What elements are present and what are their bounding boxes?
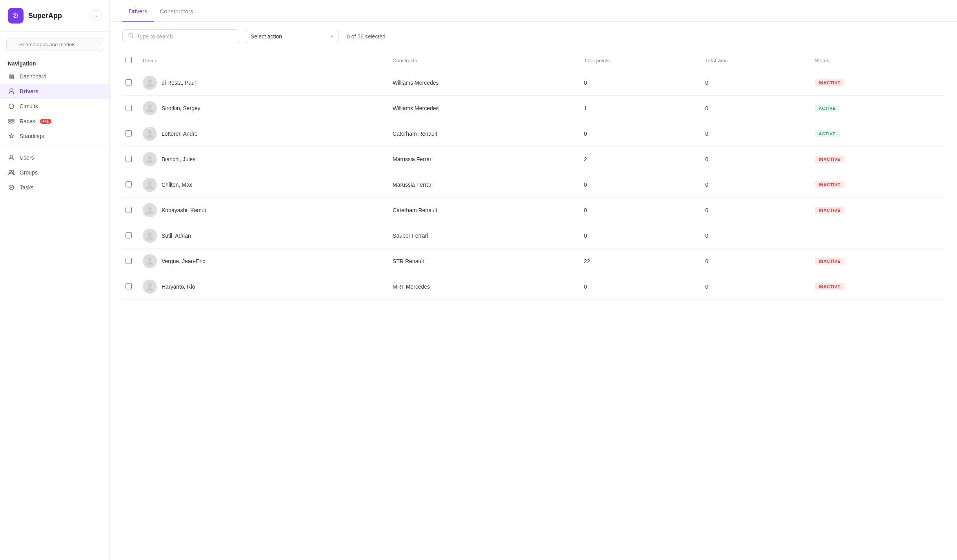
tasks-icon: [8, 184, 15, 191]
svg-point-6: [10, 155, 13, 158]
row-checkbox[interactable]: [126, 79, 132, 85]
table-row: Kobayashi, Kamui Caterham Renault00INACT…: [122, 198, 944, 223]
search-input[interactable]: [137, 33, 234, 40]
status-badge: INACTIVE: [815, 207, 844, 214]
table-header: Driver Constructor Total points Total wi…: [122, 51, 944, 70]
tabs-bar: Drivers Constructors: [110, 0, 957, 22]
sidebar-item-circuits[interactable]: Circuits: [0, 99, 109, 114]
total-points-cell: 0: [579, 274, 700, 300]
driver-name: di Resta, Paul: [162, 80, 196, 86]
sidebar-item-dashboard[interactable]: ▦ Dashboard: [0, 69, 109, 84]
sidebar-collapse-button[interactable]: ‹: [91, 10, 102, 21]
search-box[interactable]: [122, 29, 240, 43]
constructor-cell: Marussia Ferrari: [388, 172, 579, 198]
sidebar-search-input[interactable]: [6, 38, 103, 51]
tab-constructors[interactable]: Constructors: [154, 0, 200, 22]
sidebar-item-label-users: Users: [20, 155, 34, 161]
sidebar-item-tasks[interactable]: Tasks: [0, 180, 109, 195]
total-wins-cell: 0: [700, 96, 810, 121]
table-row: Lotterer, Andre Caterham Renault00ACTIVE: [122, 121, 944, 147]
app-title: SuperApp: [28, 12, 62, 20]
driver-cell: Bianchi, Jules: [138, 147, 388, 172]
sidebar-item-users[interactable]: Users: [0, 150, 109, 165]
total-wins-cell: 0: [700, 70, 810, 96]
row-checkbox[interactable]: [126, 130, 132, 136]
svg-rect-5: [12, 122, 14, 123]
selection-count: 0 of 56 selected: [347, 33, 386, 40]
sidebar-item-label-races: Races: [20, 118, 35, 124]
status-badge: INACTIVE: [815, 156, 844, 163]
status-badge: ACTIVE: [815, 130, 840, 137]
sidebar-item-groups[interactable]: Groups: [0, 165, 109, 180]
status-badge: INACTIVE: [815, 283, 844, 290]
row-checkbox-cell: [122, 172, 138, 198]
svg-point-13: [148, 130, 152, 134]
sidebar-item-standings[interactable]: Standings: [0, 129, 109, 144]
status-badge: -: [815, 233, 817, 239]
logo-icon: ⚙: [13, 11, 19, 20]
svg-point-16: [148, 207, 152, 211]
svg-point-0: [10, 89, 13, 92]
status-badge: INACTIVE: [815, 258, 844, 265]
driver-name: Sirotkin, Sergey: [162, 105, 200, 111]
total-wins-cell: 0: [700, 172, 810, 198]
row-checkbox[interactable]: [126, 207, 132, 213]
sidebar-search-wrapper: ⊞: [6, 38, 103, 51]
select-all-checkbox[interactable]: [126, 57, 132, 63]
sidebar-search-area: ⊞: [0, 32, 109, 57]
row-checkbox[interactable]: [126, 156, 132, 162]
svg-rect-4: [9, 122, 11, 123]
nav-divider: [0, 147, 109, 147]
total-points-cell: 1: [579, 96, 700, 121]
svg-point-17: [148, 232, 152, 236]
table-container: Driver Constructor Total points Total wi…: [110, 51, 957, 560]
drivers-icon: [8, 88, 15, 95]
row-checkbox[interactable]: [126, 181, 132, 187]
row-checkbox-cell: [122, 249, 138, 274]
sidebar-item-drivers[interactable]: Drivers: [0, 84, 109, 99]
row-checkbox[interactable]: [126, 232, 132, 238]
search-icon: [128, 33, 134, 40]
driver-cell: Kobayashi, Kamui: [138, 198, 388, 223]
total-wins-cell: 0: [700, 198, 810, 223]
table-row: Haryanto, Rio MRT Mercedes00INACTIVE: [122, 274, 944, 300]
driver-avatar: [143, 76, 157, 90]
status-cell: INACTIVE: [810, 274, 944, 300]
sidebar-item-label-standings: Standings: [20, 133, 44, 139]
row-checkbox[interactable]: [126, 283, 132, 289]
races-icon: [8, 118, 15, 125]
total-wins-cell: 0: [700, 249, 810, 274]
driver-avatar: [143, 152, 157, 166]
row-checkbox-cell: [122, 198, 138, 223]
row-checkbox-cell: [122, 223, 138, 249]
status-cell: INACTIVE: [810, 249, 944, 274]
svg-rect-2: [9, 119, 11, 121]
status-badge: INACTIVE: [815, 79, 844, 86]
status-cell: -: [810, 223, 944, 249]
constructor-cell: Caterham Renault: [388, 198, 579, 223]
drivers-table: Driver Constructor Total points Total wi…: [122, 51, 944, 300]
driver-name: Haryanto, Rio: [162, 284, 195, 290]
row-checkbox[interactable]: [126, 258, 132, 264]
app-logo: ⚙: [8, 8, 24, 24]
constructor-cell: Sauber Ferrari: [388, 223, 579, 249]
svg-point-11: [148, 79, 152, 83]
th-constructor: Constructor: [388, 51, 579, 70]
svg-point-18: [148, 258, 152, 262]
tab-drivers[interactable]: Drivers: [122, 0, 154, 22]
table-row: Sirotkin, Sergey Williams Mercedes10ACTI…: [122, 96, 944, 121]
driver-cell: di Resta, Paul: [138, 70, 388, 96]
action-select[interactable]: Select action ▾: [245, 30, 339, 43]
constructor-cell: Williams Mercedes: [388, 70, 579, 96]
row-checkbox[interactable]: [126, 105, 132, 111]
total-points-cell: 0: [579, 198, 700, 223]
driver-name: Sutil, Adrian: [162, 233, 191, 239]
dashboard-icon: ▦: [8, 73, 15, 80]
status-cell: INACTIVE: [810, 172, 944, 198]
sidebar-item-races[interactable]: Races +41: [0, 114, 109, 129]
races-badge: +41: [40, 119, 51, 124]
svg-point-7: [9, 170, 11, 173]
chevron-down-icon: ▾: [331, 34, 333, 39]
status-cell: INACTIVE: [810, 147, 944, 172]
users-icon: [8, 154, 15, 161]
